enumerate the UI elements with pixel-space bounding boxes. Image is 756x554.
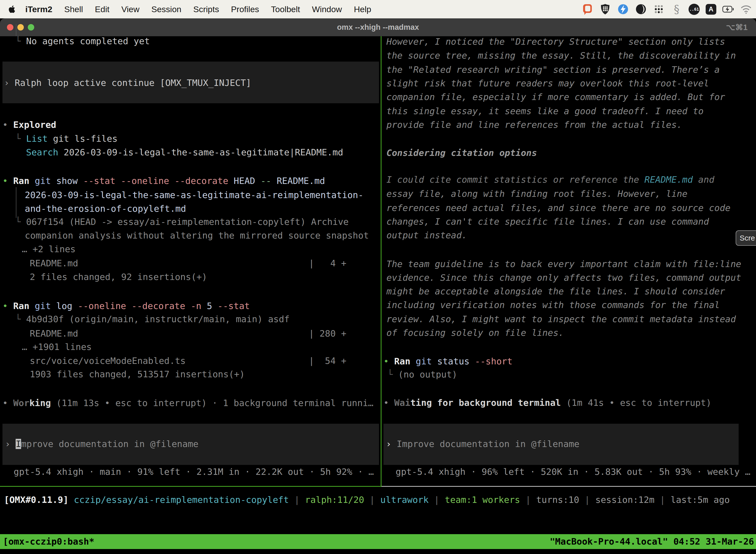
menu-item-session[interactable]: Session: [145, 4, 187, 14]
battery-icon[interactable]: [722, 3, 734, 15]
token: └: [15, 36, 26, 46]
thinking-paragraph-line: of focusing solely on file lines.: [386, 326, 564, 340]
token: I could cite commit statistics or refere…: [386, 174, 644, 185]
left-model-status-line: gpt-5.4 xhigh · main · 91% left · 2.31M …: [14, 465, 374, 479]
diffstat-count: | 54 +: [309, 354, 346, 368]
token: Wor: [13, 398, 29, 408]
token: (no output): [398, 369, 457, 380]
tree-guide-cmd1: [16, 187, 16, 218]
token: --oneline: [78, 301, 131, 311]
thinking-paragraph-line: review. Also, I might want to inspect th…: [386, 312, 736, 326]
token: team:1 workers: [445, 495, 520, 505]
left-pane-bottom-border: [0, 486, 381, 487]
window-shortcut-badge: ⌥⌘1: [726, 18, 748, 36]
thinking-paragraph-line: might be acceptable alongside the file l…: [386, 284, 725, 298]
token: •: [2, 176, 13, 186]
shield-grid-icon[interactable]: [599, 3, 611, 15]
diffstat-voicemode: src/voice/voiceModeEnabled.ts| 54 +: [30, 354, 186, 368]
token: Wai: [394, 398, 410, 408]
diffstat-file: README.md: [30, 328, 78, 339]
pane-divider[interactable]: [381, 36, 381, 487]
token: |: [289, 495, 305, 505]
token: └: [387, 369, 398, 380]
token: git: [35, 301, 56, 311]
token: 5: [207, 301, 217, 311]
thinking-paragraph-line: references need actual files, and since …: [386, 201, 731, 215]
crescent-app-icon[interactable]: [635, 3, 647, 15]
token: 067f154 (HEAD -> essay/ai-reimplementati…: [26, 217, 349, 227]
window-titlebar[interactable]: omx --xhigh --madmax ⌥⌘1: [0, 18, 756, 36]
token: session:12m: [595, 495, 654, 505]
diffstat-count: | 4 +: [309, 256, 346, 270]
token: git: [416, 356, 437, 366]
token: --oneline: [121, 176, 175, 186]
token: [OMX#0.11.9]: [4, 495, 74, 505]
left-prompt-input[interactable]: › Improve documentation in @filename: [5, 437, 198, 451]
token: •: [383, 356, 394, 366]
menu-item-view[interactable]: View: [115, 4, 145, 14]
menu-item-profiles[interactable]: Profiles: [225, 4, 265, 14]
commit-4b9d30f-line: └ 4b9d30f (origin/main, instructkr/main,…: [15, 312, 290, 326]
diffstat-count: | 280 +: [309, 326, 346, 340]
thinking-paragraph-line: including verification notes with those …: [386, 298, 720, 312]
more-lines-1: … +2 lines: [22, 242, 76, 256]
token: I: [16, 439, 21, 449]
menu-item-toolbelt[interactable]: Toolbelt: [265, 4, 306, 14]
token: List: [26, 133, 53, 144]
thinking-paragraph-line: slight risk that future readers may over…: [386, 76, 709, 90]
commit-067f154-line: └ 067f154 (HEAD -> essay/ai-reimplementa…: [15, 215, 349, 229]
token: Ran: [394, 356, 416, 366]
token: └: [15, 133, 26, 144]
thinking-paragraph-line: I could cite commit statistics or refere…: [386, 172, 714, 187]
screen-overlay-tab[interactable]: Scre: [736, 230, 756, 246]
token: Ran: [13, 301, 35, 311]
diffstat-readme-2: README.md| 280 +: [30, 326, 78, 340]
menu-item-scripts[interactable]: Scripts: [187, 4, 225, 14]
token: turns:10: [536, 495, 579, 505]
omx-session-status-line: [OMX#0.11.9] cczip/essay/ai-reimplementa…: [4, 493, 730, 507]
more-lines-2: … +1901 lines: [22, 340, 92, 354]
apple-menu-icon[interactable]: [8, 5, 16, 14]
diffstat-file: src/voice/voiceModeEnabled.ts: [30, 356, 186, 366]
squiggle-icon[interactable]: §: [671, 3, 683, 15]
agents-status-line: └ No agents completed yet: [15, 34, 150, 48]
right-prompt-input[interactable]: › Improve documentation in @filename: [386, 437, 579, 451]
menu-item-edit[interactable]: Edit: [89, 4, 116, 14]
token: ting for background terminal: [410, 398, 561, 408]
menu-item-shell[interactable]: Shell: [58, 4, 89, 14]
token: 4b9d30f (origin/main, instructkr/main, m…: [26, 314, 290, 324]
menu-item-help[interactable]: Help: [348, 4, 377, 14]
token: •: [383, 398, 394, 408]
explored-header: • Explored: [2, 118, 56, 132]
diffstat-file: README.md: [30, 258, 78, 268]
waiting-status-line: • Waiting for background terminal (1m 41…: [383, 396, 711, 410]
token: --decorate: [175, 176, 234, 186]
token: --stat: [217, 301, 250, 311]
diffstat-readme-1: README.md| 4 +: [30, 256, 78, 270]
menubar-status-icons: § ..61 A: [581, 3, 756, 15]
thinking-heading: Considering citation options: [386, 146, 537, 160]
token: README.md: [644, 174, 693, 185]
bolt-badge-icon[interactable]: [617, 3, 629, 15]
screenshot-app-icon[interactable]: [581, 3, 593, 15]
gauge-61-icon[interactable]: ..61: [689, 4, 700, 15]
working-status-line: • Working (11m 13s • esc to interrupt) ·…: [2, 396, 374, 410]
token: No agents completed yet: [26, 36, 150, 46]
token: |: [364, 495, 380, 505]
token: (1m 41s • esc to interrupt): [561, 398, 711, 408]
token: log: [56, 301, 78, 311]
token: |: [520, 495, 536, 505]
token: 2026-03-09-is-legal-the-same-as-legitima…: [64, 147, 343, 157]
token: git ls-files: [53, 133, 118, 144]
menu-item-iterm2[interactable]: iTerm2: [19, 4, 58, 14]
token: --decorate: [131, 301, 190, 311]
window-title: omx --xhigh --madmax: [0, 18, 756, 36]
input-source-icon[interactable]: A: [706, 4, 716, 15]
tmux-session-label[interactable]: [omx-cczip0:bash*: [3, 534, 94, 549]
token: last:5m ago: [671, 495, 730, 505]
token: •: [2, 120, 13, 130]
wifi-icon[interactable]: [740, 3, 752, 15]
menu-item-window[interactable]: Window: [306, 4, 348, 14]
token: └: [15, 217, 26, 227]
dots-grid-icon[interactable]: [653, 3, 665, 15]
